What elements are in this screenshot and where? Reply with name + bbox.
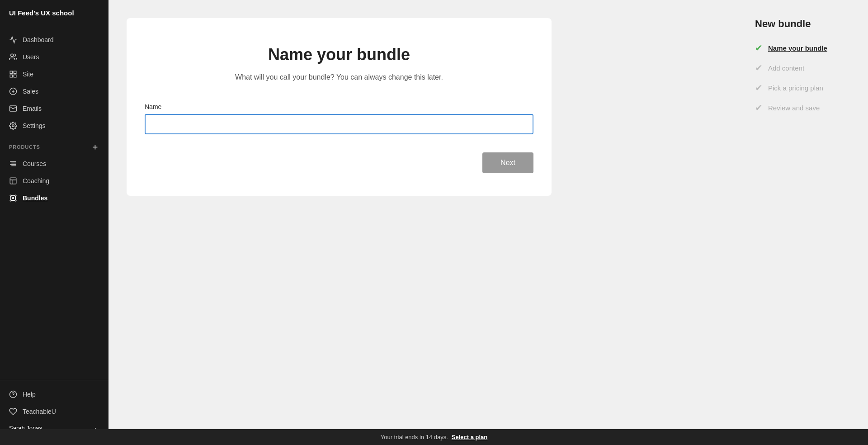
svg-point-0 — [11, 54, 14, 57]
users-icon — [9, 53, 17, 61]
sidebar-item-label: TeachableU — [23, 408, 56, 415]
sidebar-item-label: Sales — [23, 88, 38, 95]
sidebar-item-users[interactable]: Users — [0, 48, 108, 66]
name-field-group: Name — [145, 103, 533, 134]
sidebar-item-teachableu[interactable]: TeachableU — [0, 403, 108, 420]
sidebar-item-dashboard[interactable]: Dashboard — [0, 31, 108, 48]
sidebar-item-label: Settings — [23, 122, 46, 129]
wizard-step-pricing: ✔ Pick a pricing plan — [755, 82, 854, 93]
dollar-icon — [9, 87, 17, 95]
svg-point-8 — [12, 125, 14, 127]
form-card: Name your bundle What will you call your… — [127, 18, 552, 196]
user-name: Sarah Jonas — [9, 425, 87, 429]
sidebar-nav: Dashboard Users Site Sales — [0, 28, 108, 380]
bundle-name-input[interactable] — [145, 114, 533, 134]
sidebar-item-help[interactable]: Help — [0, 386, 108, 403]
wizard-step-pricing-label[interactable]: Pick a pricing plan — [768, 84, 823, 92]
svg-rect-2 — [14, 71, 16, 73]
sidebar-item-site[interactable]: Site — [0, 66, 108, 83]
sidebar-item-bundles[interactable]: Bundles — [0, 189, 108, 207]
sidebar-item-label: Dashboard — [23, 36, 54, 43]
wizard-step-content: ✔ Add content — [755, 62, 854, 73]
sidebar-item-label: Coaching — [23, 177, 49, 185]
wizard-title: New bundle — [755, 18, 854, 30]
svg-point-16 — [15, 195, 16, 196]
svg-rect-4 — [14, 75, 16, 77]
sidebar: UI Feed's UX school Dashboard Users Site — [0, 0, 108, 429]
bundles-icon — [9, 194, 17, 202]
next-button[interactable]: Next — [482, 152, 533, 173]
mail-icon — [9, 104, 17, 113]
more-options-icon[interactable]: ⋮ — [91, 426, 99, 430]
gear-icon — [9, 122, 17, 130]
user-profile[interactable]: Sarah Jonas Waiting for uifeed.teachable… — [0, 420, 108, 429]
courses-icon — [9, 160, 17, 168]
sidebar-item-label: Courses — [23, 160, 46, 167]
center-panel: Name your bundle What will you call your… — [108, 0, 741, 429]
chart-line-icon — [9, 36, 17, 44]
form-actions: Next — [145, 152, 533, 173]
step-check-inactive-2: ✔ — [755, 82, 763, 93]
svg-point-18 — [15, 200, 16, 201]
wizard-step-content-label[interactable]: Add content — [768, 64, 804, 72]
sidebar-item-emails[interactable]: Emails — [0, 100, 108, 117]
sidebar-item-settings[interactable]: Settings — [0, 117, 108, 134]
user-info: Sarah Jonas Waiting for uifeed.teachable… — [9, 425, 87, 429]
step-check-inactive-3: ✔ — [755, 102, 763, 113]
teachableu-icon — [9, 407, 17, 416]
sidebar-bottom: Help TeachableU Sarah Jonas Waiting for … — [0, 380, 108, 429]
wizard-step-review-label[interactable]: Review and save — [768, 104, 820, 112]
select-plan-link[interactable]: Select a plan — [452, 434, 487, 440]
step-check-inactive: ✔ — [755, 62, 763, 73]
name-label: Name — [145, 103, 533, 110]
products-section-label: PRODUCTS ＋ — [0, 134, 108, 155]
sidebar-item-label: Help — [23, 391, 36, 398]
sidebar-item-label: Bundles — [23, 194, 47, 202]
trial-text: Your trial ends in 14 days. — [381, 434, 448, 440]
svg-point-17 — [10, 200, 11, 201]
app-logo: UI Feed's UX school — [0, 0, 108, 28]
sidebar-item-courses[interactable]: Courses — [0, 155, 108, 172]
sidebar-item-sales[interactable]: Sales — [0, 83, 108, 100]
svg-point-14 — [13, 198, 14, 199]
wizard-panel: New bundle ✔ Name your bundle ✔ Add cont… — [741, 0, 868, 429]
svg-rect-3 — [10, 75, 12, 77]
wizard-step-name: ✔ Name your bundle — [755, 43, 854, 53]
step-check-active: ✔ — [755, 43, 763, 53]
wizard-step-name-label[interactable]: Name your bundle — [768, 44, 827, 52]
svg-point-15 — [10, 195, 11, 196]
sidebar-item-label: Users — [23, 53, 39, 61]
main-content: Name your bundle What will you call your… — [108, 0, 868, 429]
svg-rect-1 — [10, 71, 12, 73]
coaching-icon — [9, 177, 17, 185]
sidebar-item-coaching[interactable]: Coaching — [0, 172, 108, 189]
grid-icon — [9, 70, 17, 78]
wizard-step-review: ✔ Review and save — [755, 102, 854, 113]
sidebar-item-label: Site — [23, 71, 33, 78]
bottom-bar: Your trial ends in 14 days. Select a pla… — [0, 429, 868, 445]
form-subtitle: What will you call your bundle? You can … — [145, 73, 533, 81]
form-title: Name your bundle — [145, 45, 533, 64]
sidebar-item-label: Emails — [23, 105, 42, 112]
add-product-icon[interactable]: ＋ — [91, 142, 99, 152]
help-icon — [9, 390, 17, 398]
svg-rect-13 — [10, 178, 16, 184]
